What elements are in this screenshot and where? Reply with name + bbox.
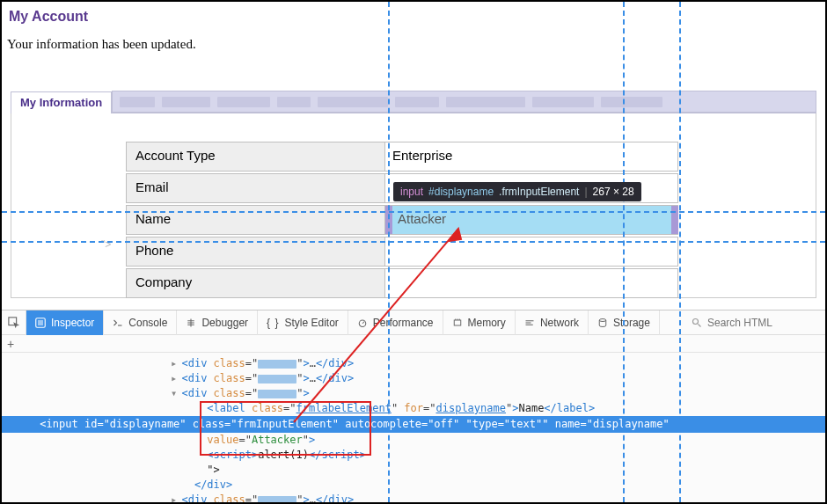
devtools[interactable]: Inspector Console Debugger { } Style Edi… xyxy=(2,310,825,502)
table-row: Account Type Enterprise xyxy=(126,142,678,172)
svg-line-7 xyxy=(362,321,364,323)
dom-tree[interactable]: ▸<div class="">…</div> ▸<div class="">…<… xyxy=(2,353,825,504)
page-title: My Account xyxy=(2,2,825,30)
tab-console[interactable]: Console xyxy=(104,310,177,335)
add-node-icon[interactable]: + xyxy=(7,337,14,351)
tab-style-editor[interactable]: { } Style Editor xyxy=(258,310,348,335)
svg-point-6 xyxy=(359,320,366,327)
tabbar: My Information xyxy=(11,91,816,113)
status-message: Your information has been updated. xyxy=(2,30,825,69)
table-row: Name Attacker "> xyxy=(126,205,678,235)
label-name: Name xyxy=(126,205,385,235)
tabbar-rest[interactable] xyxy=(112,91,816,113)
inspector-tooltip: input#displayname.frmInputElement | 267 … xyxy=(393,182,641,201)
tab-network[interactable]: Network xyxy=(516,310,589,335)
svg-rect-8 xyxy=(454,320,461,325)
svg-point-15 xyxy=(599,318,606,321)
tab-my-information[interactable]: My Information xyxy=(11,91,112,113)
guide-h-top xyxy=(2,211,825,213)
devtools-search-input[interactable] xyxy=(707,317,804,329)
devtools-tabbar: Inspector Console Debugger { } Style Edi… xyxy=(2,310,825,335)
label-company: Company xyxy=(126,268,385,298)
guide-v-right xyxy=(679,2,681,502)
devtools-subbar: + xyxy=(2,335,825,353)
tab-memory[interactable]: Memory xyxy=(443,310,516,335)
svg-rect-4 xyxy=(38,320,43,325)
input-displayname[interactable]: Attacker xyxy=(385,205,678,235)
value-company[interactable] xyxy=(385,268,678,298)
table-row: Company xyxy=(126,268,678,298)
annotation-box xyxy=(200,401,371,456)
devtools-search[interactable] xyxy=(684,317,825,329)
element-picker-icon[interactable] xyxy=(2,310,26,335)
guide-v-mid xyxy=(623,2,625,502)
svg-point-16 xyxy=(693,318,699,324)
tab-inspector[interactable]: Inspector xyxy=(26,310,104,335)
guide-v-left xyxy=(388,2,390,502)
panel-my-information: Account Type Enterprise Email Name Attac… xyxy=(11,113,816,298)
tab-debugger[interactable]: Debugger xyxy=(177,310,258,335)
label-email: Email xyxy=(126,173,385,203)
svg-line-17 xyxy=(699,324,701,326)
tab-performance[interactable]: Performance xyxy=(348,310,443,335)
label-account-type: Account Type xyxy=(126,142,385,172)
value-account-type: Enterprise xyxy=(385,142,678,172)
guide-h-bottom xyxy=(2,241,825,243)
